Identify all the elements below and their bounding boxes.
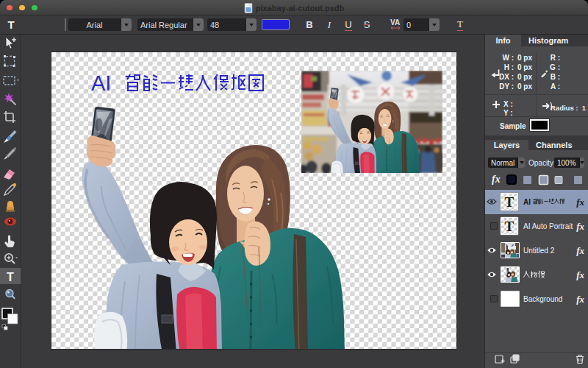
svg-text:VA: VA xyxy=(390,18,400,26)
svg-text:T: T xyxy=(7,271,14,283)
svg-text:AI: AI xyxy=(91,71,111,95)
